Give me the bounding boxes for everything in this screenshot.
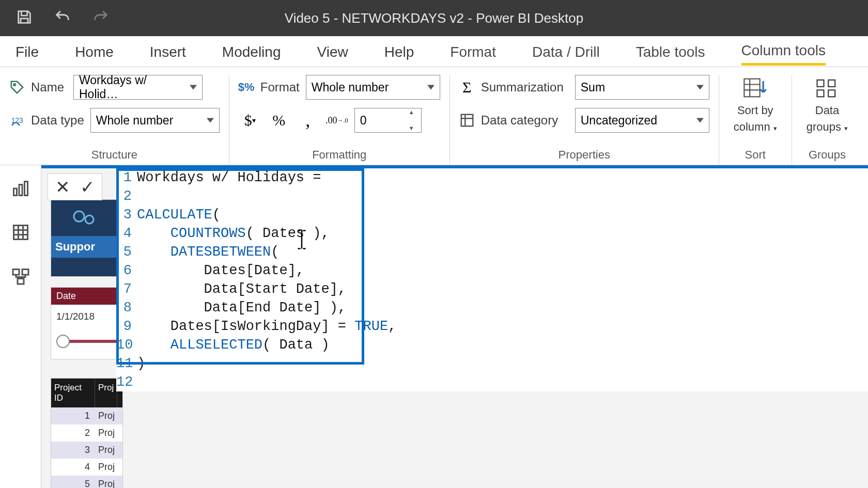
formula-action-buttons: ✕ ✓: [48, 174, 102, 200]
format-value: Whole number: [312, 81, 389, 95]
model-view-button[interactable]: [10, 266, 31, 287]
slicer-track[interactable]: [57, 340, 116, 343]
menubar: File Home Insert Modeling View Help Form…: [0, 36, 868, 67]
decimals-input[interactable]: 0 ▲▼: [354, 108, 422, 133]
ribbon-group-formatting: $% Format Whole number $▾ % , .00→.0 0 ▲…: [229, 75, 450, 165]
summarization-value: Sum: [581, 81, 605, 95]
summarization-select[interactable]: Sum: [575, 75, 709, 100]
svg-rect-14: [18, 279, 24, 285]
svg-rect-5: [828, 80, 835, 87]
workspace: ✕ ✓ Suppor Date 1/1/2018 Project ID Proj…: [0, 165, 868, 488]
code-line: Data[Start Date],: [137, 281, 346, 297]
data-view-button[interactable]: [10, 222, 31, 243]
ribbon-group-sort: Sort by column ▾ Sort: [719, 75, 792, 165]
svg-rect-3: [744, 79, 760, 97]
table-row: 5Proj: [51, 476, 122, 488]
slicer-thumb[interactable]: [56, 335, 70, 348]
report-canvas: ✕ ✓ Suppor Date 1/1/2018 Project ID Proj…: [41, 165, 868, 488]
category-icon: [459, 113, 475, 128]
code-line: Dates[Date],: [137, 263, 304, 278]
date-slicer[interactable]: Date 1/1/2018: [51, 287, 123, 359]
slicer-value: 1/1/2018: [51, 305, 122, 328]
table-row: 4Proj: [51, 459, 122, 476]
svg-rect-8: [13, 188, 17, 196]
datatype-label: Data type: [31, 113, 84, 128]
percent-button[interactable]: %: [268, 108, 290, 133]
group-label-structure: Structure: [9, 144, 220, 165]
tag-icon: [9, 80, 25, 95]
tab-format[interactable]: Format: [450, 39, 496, 65]
tab-datadrill[interactable]: Data / Drill: [532, 39, 600, 65]
ribbon-group-groups: Data groups ▾ Groups: [792, 75, 862, 165]
currency-button[interactable]: $▾: [239, 108, 261, 133]
window-title: Video 5 - NETWORKDAYS v2 - Power BI Desk…: [0, 10, 868, 26]
code-line: Workdays w/ Holidays =: [137, 170, 321, 185]
ribbon-group-structure: Name Workdays w/ Holid… 123 Data type Wh…: [0, 75, 229, 165]
sort-by-column-button[interactable]: Sort by column ▾: [729, 75, 782, 134]
svg-point-15: [74, 211, 84, 222]
summarization-label: Summarization: [481, 80, 569, 95]
project-table[interactable]: Project ID Proj 1Proj 2Proj 3Proj 4Proj …: [51, 378, 123, 488]
col-project-id[interactable]: Project ID: [51, 379, 95, 407]
tab-view[interactable]: View: [317, 39, 348, 65]
svg-rect-10: [24, 182, 27, 196]
code-line: ): [137, 356, 145, 371]
ribbon-group-properties: Σ Summarization Sum Data category Uncate…: [450, 75, 719, 165]
tab-tabletools[interactable]: Table tools: [636, 39, 705, 65]
dax-editor[interactable]: 1Workdays w/ Holidays = 2 3CALCULATE( 4 …: [116, 168, 868, 391]
name-input[interactable]: Workdays w/ Holid…: [73, 75, 203, 100]
datacategory-label: Data category: [481, 113, 569, 128]
tab-file[interactable]: File: [16, 39, 39, 65]
datacategory-value: Uncategorized: [581, 114, 657, 128]
tab-columntools[interactable]: Column tools: [741, 37, 826, 66]
group-label-formatting: Formatting: [239, 144, 440, 165]
tab-insert[interactable]: Insert: [150, 39, 186, 65]
undo-icon[interactable]: [54, 8, 71, 28]
name-value: Workdays w/ Holid…: [79, 73, 183, 101]
data-groups-button[interactable]: Data groups ▾: [801, 75, 853, 144]
tab-modeling[interactable]: Modeling: [222, 39, 281, 65]
svg-point-0: [13, 84, 16, 86]
support-card[interactable]: Suppor: [51, 199, 118, 277]
sigma-icon: Σ: [459, 80, 475, 95]
svg-rect-6: [817, 90, 824, 97]
slicer-header: Date: [51, 288, 122, 305]
tab-help[interactable]: Help: [384, 39, 414, 65]
datatype-select[interactable]: Whole number: [90, 108, 220, 133]
datacategory-select[interactable]: Uncategorized: [575, 108, 709, 133]
gears-icon: [51, 200, 117, 236]
report-view-button[interactable]: [10, 178, 31, 199]
table-row: 3Proj: [51, 442, 122, 459]
decimals-value: 0: [360, 114, 367, 128]
ribbon: Name Workdays w/ Holid… 123 Data type Wh…: [0, 67, 868, 165]
table-row: 2Proj: [51, 424, 122, 442]
format-icon: $%: [239, 80, 254, 95]
svg-rect-12: [13, 270, 19, 275]
group-label-sort: Sort: [729, 144, 782, 165]
svg-rect-4: [817, 80, 824, 87]
decimal-icon[interactable]: .00→.0: [326, 108, 348, 133]
group-label-groups: Groups: [801, 144, 853, 165]
svg-rect-11: [13, 226, 27, 240]
datatype-icon: 123: [9, 113, 25, 128]
comma-button[interactable]: ,: [297, 108, 319, 133]
col-project-name[interactable]: Proj: [95, 379, 117, 407]
commit-formula-button[interactable]: ✓: [80, 178, 95, 196]
svg-rect-2: [461, 115, 473, 127]
format-label: Format: [260, 80, 300, 95]
svg-point-16: [85, 215, 94, 224]
redo-icon[interactable]: [92, 8, 110, 28]
cancel-formula-button[interactable]: ✕: [55, 178, 70, 196]
format-select[interactable]: Whole number: [306, 75, 440, 100]
save-icon[interactable]: [16, 8, 33, 28]
tab-home[interactable]: Home: [75, 39, 114, 65]
table-row: 1Proj: [51, 407, 122, 424]
view-rail: [0, 165, 41, 488]
datatype-value: Whole number: [96, 114, 174, 128]
svg-rect-9: [19, 185, 22, 196]
svg-rect-13: [22, 270, 28, 275]
titlebar: Video 5 - NETWORKDAYS v2 - Power BI Desk…: [0, 0, 868, 36]
code-line: Data[End Date] ),: [137, 300, 346, 316]
group-label-properties: Properties: [459, 144, 709, 165]
name-label: Name: [31, 80, 67, 95]
